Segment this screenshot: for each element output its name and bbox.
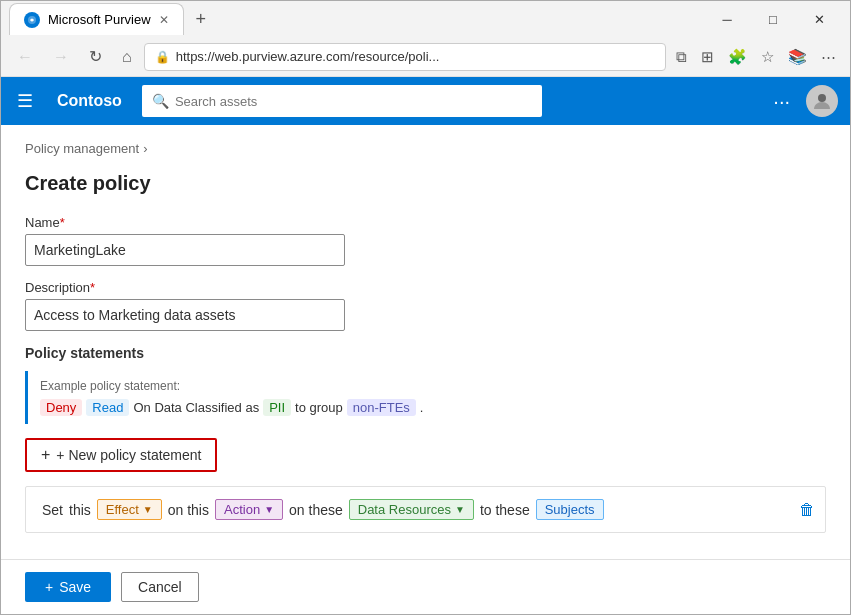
minimize-button[interactable]: ─ (704, 1, 750, 37)
address-bar[interactable]: 🔒 (144, 43, 666, 71)
title-bar-left: Microsoft Purview ✕ + (9, 3, 212, 35)
policy-statements-title: Policy statements (25, 345, 826, 361)
breadcrumb-separator: › (143, 141, 147, 156)
navigation-bar: ← → ↻ ⌂ 🔒 ⧉ ⊞ 🧩 ☆ 📚 ⋯ (1, 37, 850, 77)
app-brand: Contoso (49, 92, 130, 110)
plus-icon: + (41, 446, 50, 464)
tab-title: Microsoft Purview (48, 12, 151, 27)
effect-dropdown[interactable]: Effect ▼ (97, 499, 162, 520)
example-box: Example policy statement: Deny Read On D… (25, 371, 826, 424)
hamburger-button[interactable]: ☰ (13, 86, 37, 116)
name-form-group: Name* (25, 215, 826, 266)
description-form-group: Description* (25, 280, 826, 331)
extensions-button[interactable]: 🧩 (722, 44, 753, 70)
browser-more-button[interactable]: ⋯ (815, 44, 842, 70)
data-resources-dropdown[interactable]: Data Resources ▼ (349, 499, 474, 520)
header-more-button[interactable]: ··· (765, 86, 798, 117)
example-text-on-data: On Data Classified as (133, 400, 259, 415)
example-deny-tag: Deny (40, 399, 82, 416)
avatar (806, 85, 838, 117)
forward-button[interactable]: → (45, 44, 77, 70)
example-read-tag: Read (86, 399, 129, 416)
restore-button[interactable]: □ (750, 1, 796, 37)
data-resources-chevron-icon: ▼ (455, 504, 465, 515)
breadcrumb[interactable]: Policy management › (25, 141, 826, 156)
example-pii-tag: PII (263, 399, 291, 416)
action-chevron-icon: ▼ (264, 504, 274, 515)
new-policy-btn-label: + New policy statement (56, 447, 201, 463)
description-label: Description* (25, 280, 826, 295)
on-this-text: on this (168, 502, 209, 518)
data-resources-label: Data Resources (358, 502, 451, 517)
example-non-fte-tag: non-FTEs (347, 399, 416, 416)
this-text: this (69, 502, 91, 518)
name-input[interactable] (25, 234, 345, 266)
example-text-to-group: to group (295, 400, 343, 415)
example-period: . (420, 400, 424, 415)
back-button[interactable]: ← (9, 44, 41, 70)
title-bar-controls: ─ □ ✕ (704, 1, 842, 37)
breadcrumb-parent[interactable]: Policy management (25, 141, 139, 156)
save-label: Save (59, 579, 91, 595)
save-button[interactable]: + Save (25, 572, 111, 602)
home-button[interactable]: ⌂ (114, 44, 140, 70)
policy-statement-row: Set this Effect ▼ on this Action ▼ on th… (25, 486, 826, 533)
refresh-button[interactable]: ↻ (81, 43, 110, 70)
browser-tab[interactable]: Microsoft Purview ✕ (9, 3, 184, 35)
effect-label: Effect (106, 502, 139, 517)
header-right: ··· (765, 85, 838, 117)
search-input[interactable] (175, 94, 532, 109)
tab-close-btn[interactable]: ✕ (159, 13, 169, 27)
url-input[interactable] (176, 49, 655, 64)
effect-chevron-icon: ▼ (143, 504, 153, 515)
browser-window: Microsoft Purview ✕ + ─ □ ✕ ← → ↻ ⌂ 🔒 ⧉ … (0, 0, 851, 615)
tab-favicon (24, 12, 40, 28)
title-bar: Microsoft Purview ✕ + ─ □ ✕ (1, 1, 850, 37)
example-content: Deny Read On Data Classified as PII to g… (40, 399, 814, 416)
subjects-label: Subjects (545, 502, 595, 517)
example-label: Example policy statement: (40, 379, 814, 393)
cancel-button[interactable]: Cancel (121, 572, 199, 602)
name-label: Name* (25, 215, 826, 230)
favorites-button[interactable]: ☆ (755, 44, 780, 70)
subjects-dropdown[interactable]: Subjects (536, 499, 604, 520)
collections-button[interactable]: 📚 (782, 44, 813, 70)
set-text: Set (42, 502, 63, 518)
svg-point-1 (818, 94, 826, 102)
tab-switch-button[interactable]: ⧉ (670, 44, 693, 70)
content-area: Policy management › Create policy Name* … (1, 125, 850, 559)
app-header: ☰ Contoso 🔍 ··· (1, 77, 850, 125)
search-box[interactable]: 🔍 (142, 85, 542, 117)
footer: + Save Cancel (1, 559, 850, 614)
new-policy-statement-button[interactable]: + + New policy statement (25, 438, 217, 472)
delete-row-icon[interactable]: 🗑 (799, 501, 815, 519)
close-button[interactable]: ✕ (796, 1, 842, 37)
description-input[interactable] (25, 299, 345, 331)
nav-right-icons: ⧉ ⊞ 🧩 ☆ 📚 ⋯ (670, 44, 842, 70)
save-plus-icon: + (45, 579, 53, 595)
lock-icon: 🔒 (155, 50, 170, 64)
new-tab-button[interactable]: + (190, 9, 213, 30)
action-label: Action (224, 502, 260, 517)
search-icon: 🔍 (152, 93, 169, 109)
on-these-text: on these (289, 502, 343, 518)
action-dropdown[interactable]: Action ▼ (215, 499, 283, 520)
page-title: Create policy (25, 172, 826, 195)
browser-tabs-button[interactable]: ⊞ (695, 44, 720, 70)
to-these-text: to these (480, 502, 530, 518)
